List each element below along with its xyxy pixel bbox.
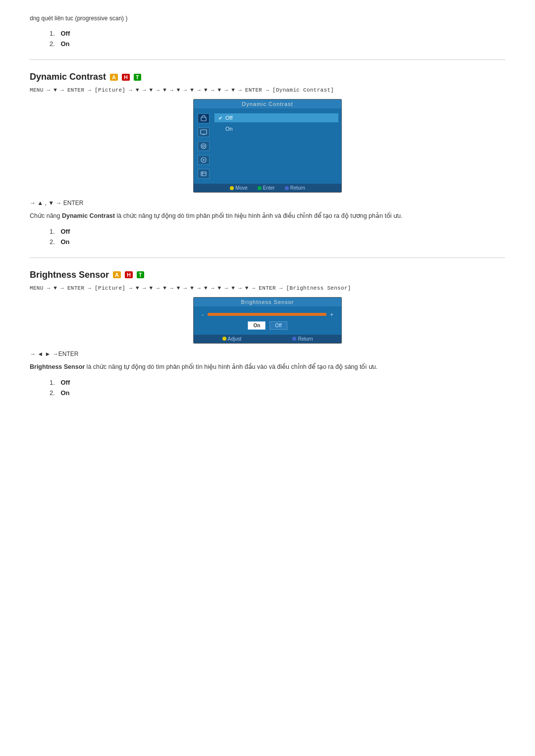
dc-options-col: ✔ Off ✔ On xyxy=(214,111,338,181)
dc-screen-footer: Move Enter Return xyxy=(194,184,341,192)
list-label: On xyxy=(60,389,69,397)
dc-list-item-2: 2. On xyxy=(50,238,505,246)
dynamic-contrast-section: Dynamic Contrast A H T MENU → ▼ → ENTER … xyxy=(30,72,505,246)
svg-rect-0 xyxy=(201,117,206,121)
svg-point-4 xyxy=(201,144,206,149)
bs-footer-return: Return xyxy=(292,336,313,342)
footer-enter-label: Enter xyxy=(263,185,275,191)
dot-blue-icon-bs xyxy=(292,337,296,341)
dc-option-on-label: On xyxy=(225,126,233,132)
dc-option-on: ✔ On xyxy=(214,124,338,133)
nav-instruction-dc: → ▲ , ▼ → ENTER xyxy=(30,200,505,206)
badge-t-bs: T xyxy=(137,271,144,278)
badge-t: T xyxy=(134,74,141,81)
nav-path-brightness-sensor: MENU → ▼ → ENTER → [Picture] → ▼ → ▼ → ▼… xyxy=(30,285,505,291)
dot-green-icon xyxy=(258,186,262,190)
svg-point-5 xyxy=(203,145,205,147)
bs-footer-adjust: Adjust xyxy=(222,336,242,342)
dc-icon-col xyxy=(197,111,211,181)
bs-btn-off[interactable]: Off xyxy=(269,321,287,330)
list-item: 2. On xyxy=(50,40,505,48)
dc-list-item-1: 1. Off xyxy=(50,228,505,235)
dc-screen: Dynamic Contrast xyxy=(193,99,342,193)
description-brightness-sensor: Brightness Sensor là chức năng tự động d… xyxy=(30,362,505,372)
footer-return: Return xyxy=(285,185,305,191)
list-label: Off xyxy=(60,30,70,37)
bs-screen-title: Brightness Sensor xyxy=(194,298,341,306)
dc-icon-5 xyxy=(198,169,210,179)
list-num: 2. xyxy=(50,238,55,246)
bs-screen-footer: Adjust Return xyxy=(194,335,341,343)
list-label: Off xyxy=(60,228,70,235)
badge-h-bs: H xyxy=(125,271,133,278)
bs-footer-return-label: Return xyxy=(298,336,313,342)
dc-option-off: ✔ Off xyxy=(214,113,338,122)
screen-container-dynamic-contrast: Dynamic Contrast xyxy=(30,99,505,193)
svg-rect-1 xyxy=(201,130,207,134)
badge-a-bs: A xyxy=(113,271,121,278)
bs-list-item-2: 2. On xyxy=(50,389,505,397)
footer-move-label: Move xyxy=(235,185,247,191)
dot-yellow-icon-bs xyxy=(222,337,226,341)
bs-screen-body: - + On Off xyxy=(194,306,341,335)
dot-blue-icon xyxy=(285,186,289,190)
svg-rect-7 xyxy=(201,172,206,176)
badge-a: A xyxy=(110,74,118,81)
dc-option-off-label: Off xyxy=(225,115,232,121)
dc-screen-body: ✔ Off ✔ On xyxy=(194,108,341,184)
bs-list: 1. Off 2. On xyxy=(50,379,505,397)
footer-enter: Enter xyxy=(258,185,275,191)
check-icon: ✔ xyxy=(218,115,222,121)
nav-instruction-bs: → ◄ ► →ENTER xyxy=(30,351,505,357)
list-item: 1. Off xyxy=(50,30,505,37)
dc-icon-2 xyxy=(198,127,210,137)
list-label: On xyxy=(60,238,69,246)
list-num: 1. xyxy=(50,228,55,235)
section-title-dynamic-contrast: Dynamic Contrast A H T xyxy=(30,72,505,82)
section-title-text-bs: Brightness Sensor xyxy=(30,270,109,280)
section-title-brightness-sensor: Brightness Sensor A H T xyxy=(30,270,505,280)
footer-move: Move xyxy=(230,185,247,191)
dc-icon-1 xyxy=(198,113,210,123)
description-dynamic-contrast: Chức năng Dynamic Contrast là chức năng … xyxy=(30,211,505,221)
intro-text: dng quét liên tuc (progressive scan) ) xyxy=(30,15,505,22)
nav-path-dynamic-contrast: MENU → ▼ → ENTER → [Picture] → ▼ → ▼ → ▼… xyxy=(30,87,505,93)
list-num: 2. xyxy=(50,40,55,48)
dc-list: 1. Off 2. On xyxy=(50,228,505,246)
section-divider-2 xyxy=(30,257,505,258)
bs-screen: Brightness Sensor - + On Off Adjust xyxy=(193,297,342,344)
list-num: 1. xyxy=(50,379,55,386)
list-label: Off xyxy=(60,379,70,386)
list-num: 1. xyxy=(50,30,55,37)
bs-slider-row: - + xyxy=(202,311,333,317)
list-label: On xyxy=(60,40,69,48)
list-num: 2. xyxy=(50,389,55,397)
section-title-text: Dynamic Contrast xyxy=(30,72,106,82)
dc-screen-title: Dynamic Contrast xyxy=(194,100,341,108)
bs-footer-adjust-label: Adjust xyxy=(228,336,242,342)
bs-button-row: On Off xyxy=(248,321,287,330)
dc-icon-4 xyxy=(198,155,210,165)
progressive-scan-list: 1. Off 2. On xyxy=(50,30,505,48)
slider-track xyxy=(208,313,326,316)
bs-list-item-1: 1. Off xyxy=(50,379,505,386)
badge-h: H xyxy=(122,74,130,81)
slider-plus: + xyxy=(330,311,333,317)
dc-icon-3 xyxy=(198,141,210,151)
slider-minus: - xyxy=(202,311,204,317)
brightness-sensor-section: Brightness Sensor A H T MENU → ▼ → ENTER… xyxy=(30,270,505,397)
section-divider xyxy=(30,59,505,60)
dot-yellow-icon xyxy=(230,186,234,190)
screen-container-brightness-sensor: Brightness Sensor - + On Off Adjust xyxy=(30,297,505,344)
bs-btn-on[interactable]: On xyxy=(248,321,266,330)
footer-return-label: Return xyxy=(290,185,305,191)
